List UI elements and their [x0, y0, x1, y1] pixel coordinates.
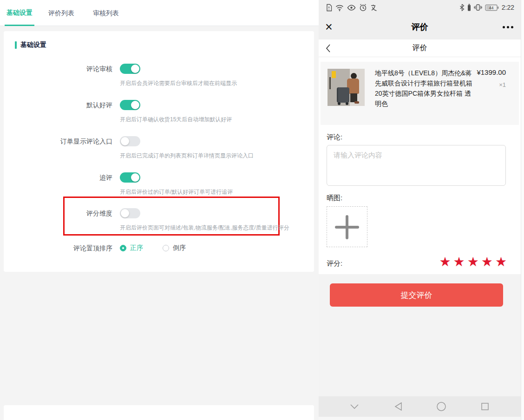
comment-input[interactable]: [327, 145, 506, 186]
back-triangle-icon[interactable]: [389, 400, 407, 413]
plus-icon: [346, 215, 348, 239]
comment-label: 评论:: [327, 133, 342, 142]
phone-preview: 44 2:22 × 评价 评价 地平线8号（LEVEL8）周杰伦&蒋先威联合设计…: [319, 0, 521, 420]
setting-row-order-comment-entry: 订单显示评论入口 开启后已完成订单的列表页和订单详情页显示评论入口: [4, 136, 314, 166]
setting-row-followup-review: 追评 开启后评价过的订单/默认好评订单可进行追评: [4, 172, 314, 202]
star-rating[interactable]: ★ ★ ★ ★ ★: [439, 255, 507, 269]
svg-text:44: 44: [489, 6, 493, 10]
page-header: 评价: [319, 39, 521, 57]
radio-option-descending[interactable]: 倒序: [163, 244, 186, 252]
setting-label: 评论审核: [4, 64, 112, 74]
section-header: 基础设置: [15, 41, 46, 49]
wechat-title: 评价: [319, 21, 521, 33]
setting-description: 开启后评价页面可对描述/包装,物流服务/配送,服务态度/质量进行评分: [120, 224, 289, 232]
photo-upload-button[interactable]: [327, 206, 367, 247]
next-card-top-strip: [4, 405, 314, 420]
product-price: ¥1399.00: [477, 68, 506, 76]
radio-label: 倒序: [173, 244, 186, 252]
rating-dimension-toggle[interactable]: [120, 208, 140, 218]
submit-section: 提交评价: [319, 274, 521, 396]
page-title: 评价: [319, 43, 521, 53]
product-title: 地平线8号（LEVEL8）周杰伦&蒋先威联合设计行李箱旅行箱登机箱20英寸德国P…: [375, 68, 475, 109]
page-scrollbar-track[interactable]: [521, 0, 524, 420]
rating-label: 评分:: [327, 259, 342, 268]
setting-row-default-good-review: 默认好评 开启后订单确认收货15天后自动增加默认好评: [4, 100, 314, 130]
clock-time: 2:22: [502, 4, 514, 11]
setting-description: 开启后评价过的订单/默认好评订单可进行追评: [120, 188, 233, 196]
order-comment-entry-toggle[interactable]: [120, 136, 140, 146]
tab-review-list[interactable]: 评价列表: [46, 0, 76, 26]
phone-bottom-strip: [319, 417, 521, 420]
tab-bar: 基础设置 评价列表 审核列表: [0, 0, 319, 26]
star-icon[interactable]: ★: [467, 255, 479, 269]
status-icons-left: [326, 4, 378, 12]
product-quantity: ×1: [499, 81, 506, 88]
radio-label: 正序: [130, 244, 143, 252]
section-accent-bar: [15, 41, 17, 49]
photos-label: 晒图:: [327, 194, 342, 203]
phone-top-area: 44 2:22 × 评价: [319, 0, 521, 39]
battery-icon: 44: [485, 4, 499, 11]
sim-alert-icon: [326, 4, 332, 12]
comment-audit-toggle[interactable]: [120, 64, 140, 74]
setting-row-comment-audit: 评论审核 开启后会员评论需要后台审核后才能在前端显示: [4, 64, 314, 93]
recents-square-icon[interactable]: [476, 400, 494, 413]
gesture-typing-icon: [370, 4, 378, 12]
bluetooth-icon: [459, 4, 465, 11]
setting-description: 开启后会员评论需要后台审核后才能在前端显示: [120, 79, 237, 87]
radio-dot: [120, 245, 126, 251]
radio-dot: [163, 245, 169, 251]
alarm-clock-icon: [359, 4, 367, 12]
settings-card: 基础设置 评论审核 开启后会员评论需要后台审核后才能在前端显示 默认好评 开启后…: [4, 31, 314, 272]
wifi-icon: [335, 4, 344, 12]
setting-row-rating-dimension: 评分维度 开启后评价页面可对描述/包装,物流服务/配送,服务态度/质量进行评分: [4, 208, 314, 238]
setting-description: 开启后已完成订单的列表页和订单详情页显示评论入口: [120, 152, 254, 160]
section-title: 基础设置: [20, 41, 46, 49]
setting-label: 追评: [4, 172, 112, 183]
home-circle-icon[interactable]: [432, 400, 451, 413]
star-icon[interactable]: ★: [439, 255, 451, 269]
sort-order-radio-group: 正序 倒序: [120, 243, 186, 253]
setting-row-sort-order: 评论置顶排序 正序 倒序: [4, 243, 314, 273]
more-menu-icon[interactable]: [503, 26, 513, 28]
hide-nav-chevron-icon[interactable]: [345, 400, 364, 413]
wechat-header: × 评价: [319, 16, 521, 39]
star-icon[interactable]: ★: [453, 255, 465, 269]
star-icon[interactable]: ★: [481, 255, 493, 269]
radio-option-ascending[interactable]: 正序: [120, 244, 143, 252]
tab-audit-list[interactable]: 审核列表: [91, 0, 121, 26]
setting-label: 订单显示评论入口: [4, 136, 112, 146]
default-good-review-toggle[interactable]: [120, 100, 140, 110]
device-battery-icon: [467, 4, 471, 11]
product-image: [328, 69, 365, 106]
followup-review-toggle[interactable]: [120, 172, 140, 183]
eye-protection-icon: [347, 4, 356, 11]
admin-panel: 基础设置 评价列表 审核列表 基础设置 评论审核 开启后会员评论需要后台审核后才…: [0, 0, 319, 420]
tab-basic-settings[interactable]: 基础设置: [5, 0, 34, 26]
android-nav-bar: [319, 396, 521, 417]
submit-review-button[interactable]: 提交评价: [330, 283, 503, 307]
product-card: 地平线8号（LEVEL8）周杰伦&蒋先威联合设计行李箱旅行箱登机箱20英寸德国P…: [321, 62, 519, 125]
setting-label: 评分维度: [4, 208, 112, 218]
status-icons-right: 44 2:22: [459, 4, 514, 11]
setting-description: 开启后订单确认收货15天后自动增加默认好评: [120, 116, 232, 124]
star-icon[interactable]: ★: [495, 255, 507, 269]
vibrate-icon: [474, 4, 482, 11]
setting-label: 评论置顶排序: [4, 243, 112, 253]
status-bar: 44 2:22: [319, 0, 521, 16]
setting-label: 默认好评: [4, 100, 112, 110]
